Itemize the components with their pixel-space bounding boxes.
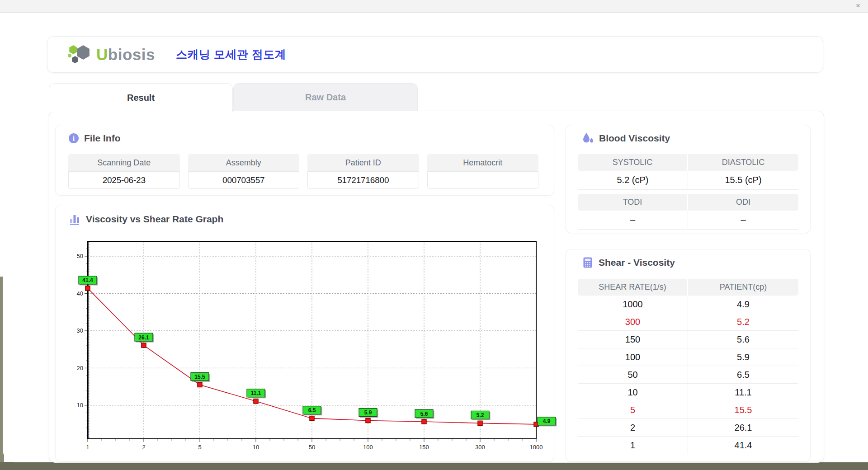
graph-title-row: Viscosity vs Shear Rate Graph	[69, 213, 223, 225]
table-row: 10 11.1	[578, 384, 798, 401]
field-value: 51721716800	[307, 171, 419, 189]
patient-cell: 5.6	[688, 331, 798, 348]
chart-point-label-text: 15.5	[194, 374, 205, 380]
y-tick-label: 50	[77, 253, 83, 259]
tab-raw-data[interactable]: Raw Data	[233, 83, 418, 111]
chart-point-marker	[85, 286, 90, 291]
shear-rate-cell: 2	[578, 419, 688, 437]
systolic-value: 5.2 (cP)	[578, 171, 688, 190]
x-tick-label: 5	[198, 444, 201, 451]
close-button[interactable]: ×	[856, 1, 860, 10]
shear-rate-cell: 1	[578, 437, 688, 454]
table-header-row: SHEAR RATE(1/s) PATIENT(cp)	[578, 279, 798, 296]
shear-rate-cell: 100	[578, 348, 688, 366]
logo-word-rest: biosis	[108, 46, 155, 63]
shear-rate-cell: 300	[578, 313, 688, 331]
shear-rate-column-header: SHEAR RATE(1/s)	[578, 279, 688, 296]
shear-rate-cell: 1000	[578, 296, 688, 313]
info-icon: i	[68, 133, 79, 144]
shear-rate-cell: 50	[578, 366, 688, 384]
file-info-title-row: i File Info	[68, 133, 121, 144]
systolic-diastolic-table: SYSTOLIC DIASTOLIC 5.2 (cP) 15.5 (cP)	[578, 154, 798, 190]
logo-letter-u: U	[96, 46, 108, 63]
tab-result-label: Result	[127, 93, 155, 103]
diastolic-header: DIASTOLIC	[688, 154, 798, 171]
field-value: 2025-06-23	[68, 171, 180, 189]
logo-wordmark: Ubiosis	[96, 46, 155, 64]
chart-point-label-text: 26.1	[138, 334, 149, 341]
shear-rate-cell: 5	[578, 401, 688, 419]
patient-cell: 4.9	[688, 296, 798, 313]
chart-point-marker	[366, 418, 370, 423]
x-tick-label: 10	[253, 444, 259, 451]
droplet-icon	[582, 132, 594, 144]
shear-viscosity-title-row: Shear - Viscosity	[582, 257, 675, 268]
chart-point-label-text: 5.6	[420, 411, 428, 417]
chart-point-label-text: 6.5	[308, 407, 316, 414]
bar-chart-icon	[69, 213, 81, 225]
y-tick-label: 20	[77, 365, 83, 371]
table-row: 1000 4.9	[578, 296, 798, 313]
app-header: Ubiosis 스캐닝 모세관 점도계	[47, 36, 823, 73]
chart-point-label-text: 5.9	[364, 409, 372, 416]
chart-point-marker	[310, 416, 314, 421]
chart-point-marker	[198, 382, 202, 387]
todi-header: TODI	[578, 194, 688, 211]
table-row: 2 26.1	[578, 419, 798, 437]
table-row: 5 15.5	[578, 401, 798, 419]
field-patient-id: Patient ID 51721716800	[307, 154, 419, 189]
file-info-title: File Info	[84, 133, 121, 144]
blood-viscosity-title: Blood Viscosity	[599, 133, 670, 144]
chart-point-label-text: 11.1	[251, 390, 261, 396]
diastolic-value: 15.5 (cP)	[688, 171, 798, 190]
tab-raw-data-label: Raw Data	[305, 92, 346, 103]
field-value	[427, 171, 539, 189]
x-tick-label: 1	[86, 444, 89, 451]
patient-cell: 15.5	[688, 401, 798, 419]
field-label: Scanning Date	[68, 154, 180, 171]
x-tick-label: 1000	[530, 444, 543, 451]
field-value: 000703557	[188, 171, 300, 189]
ubiosis-logo: Ubiosis	[67, 43, 155, 66]
patient-cell: 26.1	[688, 419, 798, 437]
x-tick-label: 2	[142, 444, 145, 451]
blood-viscosity-title-row: Blood Viscosity	[582, 132, 670, 144]
tab-result[interactable]: Result	[49, 83, 233, 112]
table-row: 150 5.6	[578, 331, 798, 348]
y-tick-label: 40	[77, 290, 83, 297]
window-title-bar: ×	[0, 0, 868, 13]
graph-title: Viscosity vs Shear Rate Graph	[86, 214, 223, 225]
patient-cell: 11.1	[688, 384, 798, 401]
field-hematocrit: Hematocrit	[427, 154, 539, 189]
shear-rate-cell: 150	[578, 331, 688, 348]
patient-column-header: PATIENT(cp)	[688, 279, 798, 296]
file-info-panel: i File Info Scanning Date 2025-06-23 Ass…	[55, 125, 554, 196]
shear-rate-cell: 10	[578, 384, 688, 401]
odi-value: –	[688, 211, 798, 230]
x-tick-label: 100	[363, 444, 373, 451]
viscosity-graph-panel: Viscosity vs Shear Rate Graph 1020304050…	[55, 205, 554, 462]
y-tick-label: 30	[77, 327, 83, 334]
field-label: Hematocrit	[427, 154, 539, 171]
patient-cell: 5.2	[688, 313, 798, 331]
y-tick-label: 10	[77, 402, 83, 409]
shear-viscosity-table: SHEAR RATE(1/s) PATIENT(cp) 1000 4.9 300…	[578, 279, 798, 454]
x-tick-label: 300	[475, 444, 485, 451]
calculator-icon	[582, 257, 594, 268]
desktop-background-bottom	[0, 462, 868, 470]
field-scanning-date: Scanning Date 2025-06-23	[68, 154, 180, 189]
patient-cell: 41.4	[688, 437, 798, 454]
field-label: Assembly	[188, 154, 300, 171]
x-tick-label: 50	[309, 444, 315, 451]
todi-odi-table: TODI ODI – –	[578, 194, 798, 230]
chart-point-marker	[478, 421, 482, 425]
table-row: 50 6.5	[578, 366, 798, 384]
table-row: 100 5.9	[578, 348, 798, 366]
ubiosis-logo-icon	[67, 43, 92, 66]
table-row: 300 5.2	[578, 313, 798, 331]
shear-viscosity-title: Shear - Viscosity	[599, 257, 675, 268]
viscosity-chart: 10203040501251050100150300100041.426.115…	[68, 238, 559, 450]
blood-viscosity-panel: Blood Viscosity SYSTOLIC DIASTOLIC 5.2 (…	[566, 125, 811, 233]
chart-point-label-text: 5.2	[476, 412, 484, 418]
todi-value: –	[578, 211, 688, 230]
